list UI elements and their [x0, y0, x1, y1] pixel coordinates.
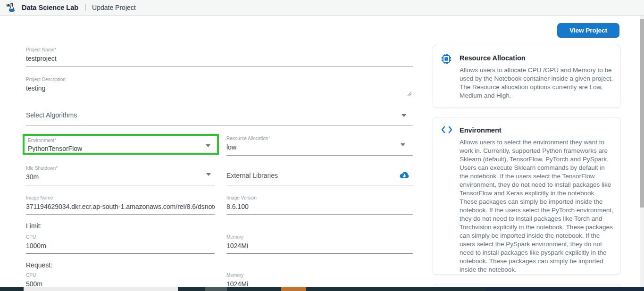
card-content: Resource Allocation Allows users to allo… [460, 53, 613, 101]
header-divider [85, 4, 85, 11]
idle-shutdown-value: 30m [26, 173, 215, 181]
card-title: Environment [460, 125, 613, 134]
idle-shutdown-label: Idle Shutdown* [26, 166, 215, 171]
resource-allocation-value: low [226, 143, 413, 151]
limit-cpu-field[interactable]: CPU 1000m [26, 234, 215, 254]
image-name-label: Image Name [26, 195, 215, 200]
resource-allocation-dropdown[interactable]: Resource Allocation* low [226, 136, 413, 156]
resource-allocation-label: Resource Allocation* [226, 136, 413, 141]
card-content: Environment Allows users to select the e… [460, 125, 613, 268]
limit-cpu-label: CPU [26, 234, 215, 240]
resource-allocation-info-card: Resource Allocation Allows users to allo… [433, 45, 620, 108]
external-libraries-input[interactable] [226, 172, 382, 179]
card-title: Resource Allocation [460, 53, 613, 62]
project-description-field[interactable]: Project Description testing [26, 77, 413, 96]
image-name-field[interactable]: Image Name 371194629034.dkr.ecr.ap-south… [26, 195, 215, 215]
select-algorithms-dropdown[interactable]: Select Algorithms [26, 108, 413, 125]
code-icon [441, 125, 453, 268]
caret-down-icon[interactable] [206, 144, 210, 147]
horizontal-scrollbar-thumb[interactable] [24, 287, 178, 291]
flask-icon [6, 2, 17, 13]
limit-cpu-value: 1000m [26, 242, 215, 249]
caret-down-icon[interactable] [401, 143, 405, 146]
request-memory-label: Memory [226, 273, 413, 278]
app-title: Data Science Lab [22, 4, 78, 11]
image-version-value: 8.6.100 [226, 203, 413, 210]
page-title: Update Project [92, 4, 136, 11]
caret-down-icon[interactable] [206, 173, 211, 176]
image-version-field[interactable]: Image Version 8.6.100 [226, 195, 413, 215]
environment-info-card: Environment Allows users to select the e… [433, 117, 620, 275]
strip-segment [205, 287, 227, 291]
environment-label: Environment* [28, 138, 217, 143]
limit-memory-value: 1024Mi [226, 242, 413, 249]
project-name-value: testproject [26, 55, 413, 62]
limit-heading: Limit: [26, 222, 42, 230]
limit-memory-field[interactable]: Memory 1024Mi [226, 234, 413, 254]
strip-segment [281, 287, 306, 291]
project-name-field[interactable]: Project Name* testproject [26, 47, 413, 67]
vertical-scrollbar-thumb[interactable] [640, 19, 644, 208]
chip-icon [441, 53, 453, 101]
image-version-label: Image Version [226, 195, 413, 200]
app-header: Data Science Lab Update Project [0, 0, 644, 16]
view-project-button[interactable]: View Project [557, 23, 619, 38]
caret-down-icon[interactable] [401, 114, 406, 117]
resize-grip-icon[interactable] [407, 90, 412, 94]
environment-value: PythonTensorFlow [28, 145, 217, 152]
card-description: Allows users to allocate CPU /GPU and Me… [460, 66, 613, 100]
image-name-value: 371194629034.dkr.ecr.ap-south-1.amazonaw… [26, 203, 215, 210]
project-name-label: Project Name* [26, 47, 413, 52]
request-heading: Request: [26, 261, 52, 269]
external-libraries-field[interactable] [226, 169, 413, 185]
request-cpu-label: CPU [26, 273, 215, 278]
limit-memory-label: Memory [226, 234, 413, 240]
project-description-label: Project Description [26, 77, 413, 82]
strip-segment [486, 287, 644, 291]
cloud-download-icon[interactable] [399, 171, 410, 182]
environment-dropdown-highlight[interactable]: Environment* PythonTensorFlow [23, 134, 219, 155]
project-description-value: testing [26, 84, 413, 92]
bottom-strip [0, 287, 644, 291]
select-algorithms-label: Select Algorithms [26, 108, 413, 119]
card-description: Allows users to select the environment t… [460, 138, 613, 274]
update-project-page: Data Science Lab Update Project View Pro… [0, 0, 644, 291]
idle-shutdown-dropdown[interactable]: Idle Shutdown* 30m [26, 166, 215, 185]
